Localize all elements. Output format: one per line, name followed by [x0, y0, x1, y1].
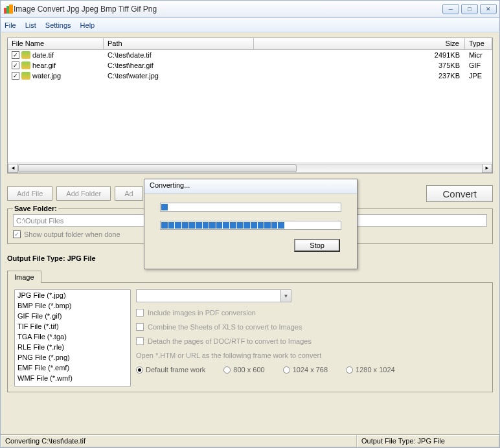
- add-file-button[interactable]: Add File: [7, 186, 52, 201]
- col-filename[interactable]: File Name: [8, 38, 104, 49]
- title-bar: Image Convert Jpg Jpeg Bmp Tiff Gif Png …: [0, 0, 500, 18]
- table-row[interactable]: ✓water.jpgC:\test\water.jpg237KBJPE: [8, 71, 492, 81]
- file-icon: [21, 51, 30, 59]
- pdf-checkbox[interactable]: [136, 309, 144, 317]
- list-item[interactable]: WMF File (*.wmf): [15, 373, 130, 383]
- radio-800[interactable]: [223, 366, 231, 374]
- status-left: Converting C:\test\date.tif: [1, 435, 357, 447]
- row-checkbox[interactable]: ✓: [12, 51, 19, 59]
- scroll-left-icon[interactable]: ◄: [8, 164, 18, 173]
- file-icon: [21, 62, 30, 69]
- menu-list[interactable]: List: [25, 21, 36, 29]
- list-item[interactable]: RLE File (*.rle): [15, 342, 130, 352]
- menu-bar: File List Settings Help: [0, 18, 500, 32]
- close-button[interactable]: ✕: [480, 4, 497, 14]
- status-bar: Converting C:\test\date.tif Output File …: [1, 434, 499, 447]
- convert-button[interactable]: Convert: [426, 185, 493, 202]
- doc-label: Detach the pages of DOC/RTF to convert t…: [148, 337, 312, 345]
- status-right: Output File Type: JPG File: [357, 435, 499, 447]
- stop-button[interactable]: Stop: [294, 239, 340, 252]
- row-checkbox[interactable]: ✓: [12, 72, 19, 80]
- menu-help[interactable]: Help: [80, 21, 95, 29]
- add-url-button[interactable]: Ad: [115, 186, 142, 201]
- cell-size: 375KB: [254, 62, 465, 69]
- file-icon: [21, 72, 30, 80]
- cell-path: C:\test\date.tif: [104, 51, 254, 59]
- radio-default[interactable]: [136, 366, 143, 374]
- svg-rect-2: [9, 5, 13, 14]
- cell-name: water.jpg: [32, 72, 61, 80]
- scroll-right-icon[interactable]: ►: [482, 164, 492, 173]
- scroll-track[interactable]: [18, 164, 482, 173]
- xls-label: Combine the Sheets of XLS to convert to …: [148, 323, 302, 331]
- cell-type: JPE: [465, 72, 492, 80]
- list-item[interactable]: TIF File (*.tif): [15, 321, 130, 331]
- minimize-button[interactable]: ─: [442, 4, 459, 14]
- menu-file[interactable]: File: [5, 21, 16, 29]
- list-item[interactable]: BMP File (*.bmp): [15, 300, 130, 311]
- file-grid: File Name Path Size Type ✓date.tifC:\tes…: [7, 38, 493, 174]
- cell-path: C:\test\water.jpg: [104, 72, 254, 80]
- row-checkbox[interactable]: ✓: [12, 62, 19, 69]
- radio-1024[interactable]: [283, 366, 290, 374]
- cell-path: C:\test\hear.gif: [104, 62, 254, 69]
- list-item[interactable]: TGA File (*.tga): [15, 331, 130, 342]
- cell-type: GIF: [465, 62, 492, 69]
- save-folder-label: Save Folder:: [13, 205, 58, 212]
- options-combo[interactable]: ▼: [136, 289, 291, 302]
- chevron-down-icon[interactable]: ▼: [280, 290, 291, 302]
- menu-settings[interactable]: Settings: [45, 21, 71, 29]
- xls-checkbox[interactable]: [136, 323, 144, 331]
- tab-body: JPG File (*.jpg)BMP File (*.bmp)GIF File…: [7, 282, 493, 392]
- maximize-button[interactable]: □: [461, 4, 478, 14]
- progress-bar-1: [160, 203, 341, 212]
- list-item[interactable]: EMF File (*.emf): [15, 363, 130, 373]
- dialog-title: Converting...: [144, 179, 357, 194]
- cell-name: hear.gif: [32, 62, 56, 69]
- progress-bar-2: [160, 221, 341, 230]
- frame-label: Open *.HTM or URL as the following frame…: [136, 352, 486, 359]
- col-size[interactable]: Size: [254, 38, 465, 49]
- window-title: Image Convert Jpg Jpeg Bmp Tiff Gif Png: [14, 5, 442, 14]
- list-item[interactable]: PNG File (*.png): [15, 352, 130, 363]
- horizontal-scrollbar[interactable]: ◄ ►: [8, 162, 492, 173]
- scroll-thumb[interactable]: [18, 164, 297, 172]
- list-item[interactable]: JPG File (*.jpg): [15, 290, 130, 300]
- col-path[interactable]: Path: [104, 38, 254, 49]
- app-icon: [3, 4, 14, 14]
- table-row[interactable]: ✓date.tifC:\test\date.tif2491KBMicr: [8, 50, 492, 60]
- col-type[interactable]: Type: [465, 38, 492, 49]
- file-type-list[interactable]: JPG File (*.jpg)BMP File (*.bmp)GIF File…: [14, 289, 131, 386]
- cell-size: 237KB: [254, 72, 465, 80]
- show-output-checkbox[interactable]: ✓: [13, 230, 21, 238]
- grid-header: File Name Path Size Type: [8, 38, 492, 50]
- tab-panel: Image JPG File (*.jpg)BMP File (*.bmp)GI…: [7, 270, 493, 392]
- list-item[interactable]: GIF File (*.gif): [15, 311, 130, 321]
- cell-size: 2491KB: [254, 51, 465, 59]
- pdf-label: Include images in PDF conversion: [148, 309, 256, 317]
- show-output-label: Show output folder when done: [24, 230, 120, 238]
- converting-dialog: Converting... Stop: [144, 179, 358, 269]
- doc-checkbox[interactable]: [136, 337, 144, 345]
- add-folder-button[interactable]: Add Folder: [56, 186, 111, 201]
- table-row[interactable]: ✓hear.gifC:\test\hear.gif375KBGIF: [8, 60, 492, 71]
- cell-name: date.tif: [32, 51, 54, 59]
- tab-image[interactable]: Image: [7, 271, 41, 283]
- radio-1280[interactable]: [346, 366, 353, 374]
- cell-type: Micr: [465, 51, 492, 59]
- grid-body: ✓date.tifC:\test\date.tif2491KBMicr✓hear…: [8, 50, 492, 162]
